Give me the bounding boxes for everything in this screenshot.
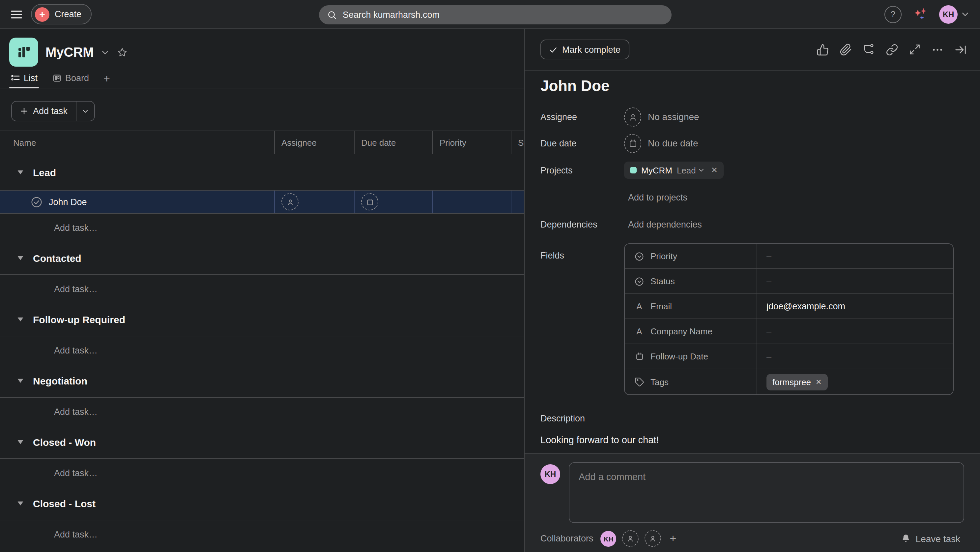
section-collapse-icon[interactable] [16,438,24,446]
add-task-row[interactable]: Add task… [0,459,525,487]
add-task-dropdown-button[interactable] [75,102,94,121]
project-chip-name: MyCRM [641,165,672,175]
task-check-icon[interactable] [30,196,43,208]
field-label[interactable]: A Email [625,294,757,319]
column-header-priority[interactable]: Priority [433,131,511,154]
task-due-date-cell[interactable] [355,191,433,213]
remove-project-icon[interactable]: ✕ [711,166,718,175]
field-name: Priority [651,251,677,261]
add-to-projects-link[interactable]: Add to projects [624,192,980,202]
more-options-button[interactable] [931,43,944,56]
chevron-circle-icon [634,251,644,262]
task-priority-cell[interactable] [433,191,511,213]
task-name: John Doe [49,197,87,207]
section-header[interactable]: Lead [0,154,525,191]
field-label[interactable]: Status [625,269,757,294]
field-value[interactable]: – [757,344,953,369]
add-view-button[interactable]: + [103,73,110,90]
section-collapse-icon[interactable] [16,168,24,176]
field-value[interactable]: – [757,244,953,268]
section-header[interactable]: Negotiation [0,364,525,398]
tab-list-label: List [24,73,38,83]
field-label[interactable]: Tags [625,369,757,394]
add-task-row[interactable]: Add task… [0,214,525,241]
leave-task-button[interactable]: Leave task [897,533,964,544]
add-task-row[interactable]: Add task… [0,520,525,548]
favorite-star-button[interactable] [117,46,128,58]
section-name: Contacted [33,252,81,263]
assignee-value[interactable]: No assignee [624,107,980,126]
assignee-text: No assignee [648,112,699,122]
add-collaborator-button[interactable]: + [667,533,676,544]
avatar: KH [939,5,958,23]
calendar-icon [628,138,638,148]
column-header-assignee[interactable]: Assignee [275,131,355,154]
add-dependencies-link[interactable]: Add dependencies [624,219,980,229]
task-row[interactable]: John Doe [0,191,525,214]
due-date-value[interactable]: No due date [624,134,980,153]
subtasks-button[interactable] [863,43,875,56]
project-chip-section[interactable]: Lead [677,165,705,175]
task-section: Contacted Add task… [0,241,525,303]
field-value[interactable]: – [757,319,953,344]
task-title[interactable]: John Doe [541,77,980,95]
remove-tag-icon[interactable]: ✕ [816,378,821,386]
search-icon [327,10,337,20]
add-task-row[interactable]: Add task… [0,398,525,425]
ai-sparkles-button[interactable] [913,6,928,22]
like-button[interactable] [816,43,829,56]
section-header[interactable]: Follow-up Required [0,303,525,337]
person-icon [628,112,638,122]
task-section: Closed - Won Add task… [0,425,525,487]
fields-label: Fields [541,243,624,260]
add-task-row[interactable]: Add task… [0,275,525,303]
column-header-status[interactable]: Status [511,131,525,154]
tag-pill[interactable]: formspree ✕ [767,373,828,390]
field-value[interactable]: formspree ✕ [757,369,953,394]
help-button[interactable]: ? [885,6,902,23]
field-name: Tags [651,377,668,387]
field-label[interactable]: A Company Name [625,319,757,344]
project-chip[interactable]: MyCRM Lead ✕ [624,161,724,179]
user-menu-button[interactable]: KH [939,5,969,23]
field-row: Follow-up Date – [625,344,953,369]
mark-complete-button[interactable]: Mark complete [541,40,629,59]
field-value[interactable]: – [757,269,953,294]
task-status-cell[interactable] [511,191,525,213]
tab-board[interactable]: Board [52,73,89,88]
task-assignee-cell[interactable] [275,191,355,213]
field-empty-value: – [767,351,772,361]
attach-button[interactable] [840,43,852,56]
sidebar-toggle-button[interactable] [10,8,23,21]
section-collapse-icon[interactable] [16,315,24,323]
search-input[interactable]: Search kumarharsh.com [319,5,671,24]
expand-button[interactable] [909,43,921,56]
field-value[interactable]: jdoe@example.com [757,294,953,319]
section-header[interactable]: Closed - Won [0,425,525,459]
section-header[interactable]: Closed - Lost [0,487,525,520]
add-task-row-label: Add task… [54,529,97,539]
task-section: Follow-up Required Add task… [0,303,525,364]
add-task-row[interactable]: Add task… [0,337,525,364]
section-collapse-icon[interactable] [16,254,24,262]
create-button[interactable]: + Create [31,4,91,24]
column-header-name[interactable]: Name [0,131,275,154]
section-header[interactable]: Contacted [0,241,525,275]
copy-link-button[interactable] [886,43,898,56]
column-header-due-date[interactable]: Due date [355,131,433,154]
section-collapse-icon[interactable] [16,377,24,384]
tab-list[interactable]: List [11,73,38,88]
field-label[interactable]: Priority [625,244,757,268]
comment-input[interactable]: Add a comment [569,462,964,523]
field-label[interactable]: Follow-up Date [625,344,757,369]
field-name: Company Name [651,327,713,337]
assignee-row: Assignee No assignee [541,104,980,130]
comment-footer: KH Add a comment Collaborators KH + [525,453,980,552]
project-menu-chevron[interactable] [101,48,110,56]
description-text[interactable]: Looking forward to our chat! [541,435,980,445]
add-task-button[interactable]: Add task [12,102,75,121]
collapse-panel-button[interactable] [954,43,967,56]
field-name: Status [651,276,675,286]
section-collapse-icon[interactable] [16,499,24,507]
plus-icon [20,107,28,115]
